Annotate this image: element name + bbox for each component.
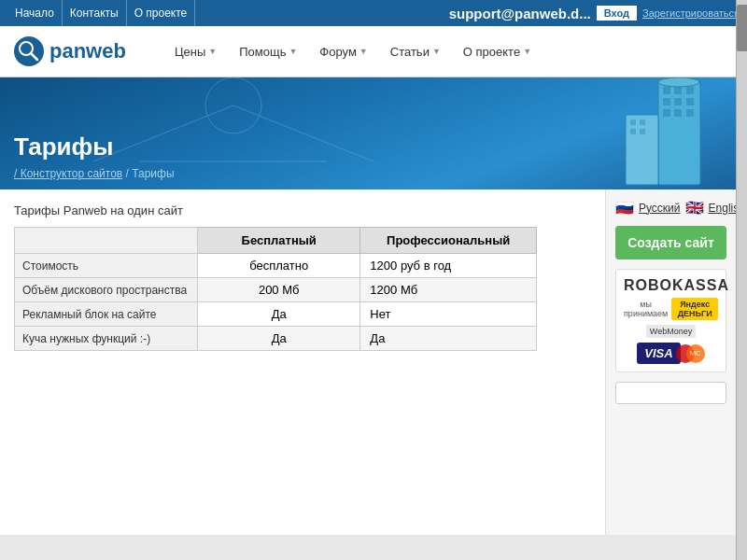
main-content: Тарифы Panweb на один сайт Бесплатный Пр… xyxy=(0,189,605,535)
svg-rect-17 xyxy=(630,119,636,125)
robokassa-subtitle-accept: мы принимаем xyxy=(624,300,668,318)
scroll-thumb[interactable] xyxy=(737,5,747,51)
nav-help[interactable]: Помощь ▼ xyxy=(228,26,308,77)
page-title: Тарифы xyxy=(14,133,114,161)
chevron-down-icon: ▼ xyxy=(208,26,217,77)
svg-rect-6 xyxy=(658,82,700,185)
row-free: бесплатно xyxy=(198,254,360,278)
svg-rect-18 xyxy=(640,119,645,125)
top-right-area: support@panweb.d... Вход Зарегистрироват… xyxy=(449,6,740,21)
svg-line-1 xyxy=(31,53,37,60)
logo-icon xyxy=(14,36,44,66)
row-pro: Нет xyxy=(360,302,537,327)
row-pro: 1200 Мб xyxy=(360,278,537,302)
svg-line-3 xyxy=(233,105,374,161)
row-free: Да xyxy=(198,302,360,327)
row-free: 200 Мб xyxy=(198,278,360,302)
svg-rect-7 xyxy=(663,87,670,94)
pricing-table: Бесплатный Профессиональный Стоимость бе… xyxy=(14,227,537,351)
login-button[interactable]: Вход xyxy=(597,6,637,21)
lang-russian[interactable]: Русский xyxy=(639,202,681,215)
top-bar: Начало Контакты О проекте support@panweb… xyxy=(0,0,747,26)
svg-rect-16 xyxy=(626,115,658,185)
svg-rect-14 xyxy=(674,109,682,117)
svg-rect-15 xyxy=(686,109,694,117)
chevron-down-icon: ▼ xyxy=(359,26,368,77)
table-header-empty xyxy=(15,228,198,254)
table-row: Рекламный блок на сайте Да Нет xyxy=(15,302,537,327)
table-row: Куча нужных функций :-) Да Да xyxy=(15,327,537,351)
svg-line-2 xyxy=(93,105,233,161)
nav-prices[interactable]: Цены ▼ xyxy=(163,26,228,77)
robokassa-block: ROBOKASSA мы принимаем Яндекс ДЕНЬГИ Web… xyxy=(615,269,726,372)
support-email: support@panweb.d... xyxy=(449,6,591,21)
svg-rect-13 xyxy=(663,109,670,117)
topnav-home[interactable]: Начало xyxy=(7,0,63,26)
chevron-down-icon: ▼ xyxy=(523,26,531,77)
scrollbar[interactable] xyxy=(736,0,747,560)
nav-about-main[interactable]: О проекте ▼ xyxy=(452,26,543,77)
svg-rect-8 xyxy=(674,87,682,94)
table-row: Стоимость бесплатно 1200 руб в год xyxy=(15,254,537,278)
svg-rect-19 xyxy=(630,129,636,134)
nav-forum[interactable]: Форум ▼ xyxy=(308,26,378,77)
breadcrumb-constructor[interactable]: / Конструктор сайтов xyxy=(14,167,122,180)
table-header-pro: Профессиональный xyxy=(360,228,537,254)
topnav-contacts[interactable]: Контакты xyxy=(63,0,127,26)
language-switcher: 🇷🇺 Русский 🇬🇧 English xyxy=(615,199,726,217)
topnav-about[interactable]: О проекте xyxy=(127,0,196,26)
mastercard-icon2: MC xyxy=(686,344,705,363)
svg-point-21 xyxy=(658,77,699,87)
pricing-table-body: Стоимость бесплатно 1200 руб в год Объём… xyxy=(15,254,537,351)
breadcrumb: / Конструктор сайтов / Тарифы xyxy=(14,167,175,180)
yandex-badge: Яндекс ДЕНЬГИ xyxy=(671,298,718,320)
row-free: Да xyxy=(198,327,360,351)
table-header-free: Бесплатный xyxy=(198,228,360,254)
row-label: Стоимость xyxy=(15,254,198,278)
svg-rect-11 xyxy=(674,98,682,105)
chevron-down-icon: ▼ xyxy=(432,26,441,77)
main-navigation: Цены ▼ Помощь ▼ Форум ▼ Статьи ▼ О проек… xyxy=(163,26,543,77)
page-subtitle: Тарифы Panweb на один сайт xyxy=(14,203,591,217)
header: panweb Цены ▼ Помощь ▼ Форум ▼ Статьи ▼ … xyxy=(0,26,747,77)
logo-text: panweb xyxy=(49,39,126,63)
breadcrumb-current: / Тарифы xyxy=(126,167,175,180)
svg-rect-10 xyxy=(663,98,670,105)
nav-articles[interactable]: Статьи ▼ xyxy=(379,26,452,77)
svg-rect-12 xyxy=(686,98,694,105)
register-link[interactable]: Зарегистрироваться xyxy=(642,7,740,19)
webmoney-icon: WebMoney xyxy=(646,325,696,338)
search-input[interactable] xyxy=(615,382,726,404)
robokassa-logo: ROBOKASSA xyxy=(624,277,718,294)
row-pro: Да xyxy=(360,327,537,351)
row-label: Объём дискового пространства xyxy=(15,278,198,302)
visa-icon: VISA xyxy=(637,343,680,364)
row-label: Куча нужных функций :-) xyxy=(15,327,198,351)
row-pro: 1200 руб в год xyxy=(360,254,537,278)
top-navigation: Начало Контакты О проекте xyxy=(7,0,195,26)
hero-banner: Тарифы / Конструктор сайтов / Тарифы xyxy=(0,77,747,189)
table-row: Объём дискового пространства 200 Мб 1200… xyxy=(15,278,537,302)
create-site-button[interactable]: Создать сайт xyxy=(615,226,726,259)
payment-icons: WebMoney xyxy=(624,325,718,338)
logo[interactable]: panweb xyxy=(14,36,126,66)
row-label: Рекламный блок на сайте xyxy=(15,302,198,327)
chevron-down-icon: ▼ xyxy=(289,26,297,77)
svg-rect-9 xyxy=(686,87,694,94)
sidebar: 🇷🇺 Русский 🇬🇧 English Создать сайт ROBOK… xyxy=(605,189,736,535)
content-wrapper: Тарифы Panweb на один сайт Бесплатный Пр… xyxy=(0,189,736,535)
svg-rect-20 xyxy=(640,129,645,134)
